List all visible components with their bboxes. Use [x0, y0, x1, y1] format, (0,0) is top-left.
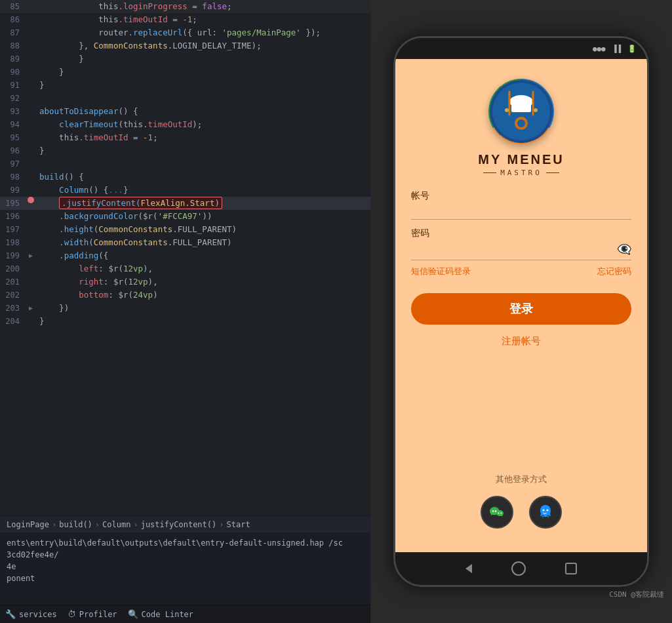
line-number-200: 200 [0, 262, 25, 275]
phone-panel: ●●● ▐▐ 🔋 [370, 0, 672, 623]
code-line-99: 99 Column() {...} [0, 184, 370, 197]
login-button[interactable]: 登录 [411, 293, 631, 325]
account-label: 帐号 [411, 190, 631, 202]
line-number-86: 86 [0, 13, 25, 26]
code-line-203: 203▶ }) [0, 302, 370, 315]
line-content-99: Column() {...} [37, 184, 370, 197]
password-input[interactable] [411, 244, 617, 254]
profiler-icon: ⏱ [68, 609, 76, 619]
nav-back-button[interactable] [465, 564, 472, 573]
form-links: 短信验证码登录 忘记密码 [411, 266, 631, 277]
svg-point-14 [501, 513, 502, 514]
code-line-90: 90 } [0, 66, 370, 79]
line-number-90: 90 [0, 66, 25, 79]
app-subtitle-text: MASTRO [500, 169, 542, 177]
svg-point-16 [547, 510, 549, 512]
code-line-95: 95 this.timeOutId = -1; [0, 131, 370, 144]
terminal-line-1: 3cd02fee4e/ [7, 549, 364, 561]
csdn-watermark: CSDN @客院裁缝 [609, 590, 664, 599]
line-content-95: this.timeOutId = -1; [37, 131, 370, 144]
code-panel: 85 this.loginProgress = false;86 this.ti… [0, 0, 370, 623]
line-content-89: } [37, 52, 370, 66]
breadcrumb-column[interactable]: Column [102, 520, 130, 529]
code-line-196: 196 .backgroundColor($r('#FCCA97')) [0, 210, 370, 223]
line-number-85: 85 [0, 0, 25, 13]
code-editor: 85 this.loginProgress = false;86 this.ti… [0, 0, 370, 515]
eye-icon[interactable]: 👁‍🗨 [617, 242, 631, 256]
breadcrumb-build[interactable]: build() [59, 520, 92, 529]
svg-point-10 [534, 108, 538, 112]
svg-point-13 [498, 513, 500, 514]
signal-indicators: ●●● ▐▐ 🔋 [593, 45, 637, 53]
qq-button[interactable] [529, 496, 562, 529]
account-input[interactable] [411, 205, 631, 215]
code-line-198: 198 .width(CommonConstants.FULL_PARENT) [0, 236, 370, 249]
line-number-89: 89 [0, 52, 25, 66]
password-input-row[interactable]: 👁‍🗨 [411, 242, 631, 260]
line-number-202: 202 [0, 289, 25, 302]
line-content-90: } [37, 66, 370, 79]
app-content: MY MENEU MASTRO 帐号 [395, 59, 647, 552]
code-line-202: 202 bottom: $r(24vp) [0, 289, 370, 302]
wechat-button[interactable] [481, 496, 513, 529]
line-content-203: }) [37, 302, 370, 315]
line-content-198: .width(CommonConstants.FULL_PARENT) [37, 236, 370, 249]
services-status[interactable]: 🔧 services [5, 609, 57, 619]
line-number-201: 201 [0, 275, 25, 289]
error-indicator [28, 197, 34, 203]
social-icons [481, 496, 562, 529]
profiler-label: Profiler [79, 610, 117, 619]
code-line-97: 97 [0, 157, 370, 171]
register-button[interactable]: 注册帐号 [502, 335, 541, 348]
subtitle-line-right [546, 172, 559, 173]
line-content-200: left: $r(12vp), [37, 262, 370, 275]
password-label: 密码 [411, 228, 631, 239]
breadcrumb-loginpage[interactable]: LoginPage [7, 520, 49, 529]
collapse-arrow[interactable]: ▶ [29, 302, 33, 315]
code-line-98: 98build() { [0, 171, 370, 184]
line-number-198: 198 [0, 236, 25, 249]
collapse-arrow[interactable]: ▶ [29, 249, 33, 262]
line-content-86: this.timeOutId = -1; [37, 13, 370, 26]
svg-point-12 [495, 510, 496, 512]
codelinter-status[interactable]: 🔍 Code Linter [128, 609, 193, 619]
code-line-195: 195 .justifyContent(FlexAlign.Start) [0, 197, 370, 210]
other-login-label: 其他登录方式 [496, 473, 547, 485]
forgot-password-link[interactable]: 忘记密码 [597, 266, 631, 277]
terminal-line-2: 4e [7, 561, 364, 573]
line-number-92: 92 [0, 92, 25, 105]
line-number-95: 95 [0, 131, 25, 144]
password-section: 密码 👁‍🗨 [411, 228, 631, 263]
breadcrumb-justifycontent[interactable]: justifyContent() [141, 520, 217, 529]
code-line-88: 88 }, CommonConstants.LOGIN_DELAY_TIME); [0, 39, 370, 52]
line-number-91: 91 [0, 79, 25, 92]
code-line-92: 92 [0, 92, 370, 105]
line-content-197: .height(CommonConstants.FULL_PARENT) [37, 223, 370, 236]
phone-bottom-bar [395, 552, 647, 585]
code-line-85: 85 this.loginProgress = false; [0, 0, 370, 13]
code-line-199: 199▶ .padding({ [0, 249, 370, 262]
code-line-96: 96} [0, 144, 370, 157]
nav-recents-button[interactable] [565, 563, 577, 574]
profiler-status[interactable]: ⏱ Profiler [68, 609, 117, 619]
svg-point-11 [492, 510, 494, 512]
status-bar: 🔧 services ⏱ Profiler 🔍 Code Linter [0, 605, 370, 623]
code-line-93: 93aboutToDisappear() { [0, 105, 370, 118]
nav-home-button[interactable] [511, 561, 526, 576]
line-number-93: 93 [0, 105, 25, 118]
line-content-94: clearTimeout(this.timeOutId); [37, 118, 370, 131]
line-gutter-203: ▶ [25, 302, 37, 315]
line-content-91: } [37, 79, 370, 92]
sms-login-link[interactable]: 短信验证码登录 [411, 266, 471, 277]
account-input-row[interactable] [411, 205, 631, 220]
code-line-86: 86 this.timeOutId = -1; [0, 13, 370, 26]
breadcrumb-start[interactable]: Start [227, 520, 250, 529]
line-content-93: aboutToDisappear() { [37, 105, 370, 118]
code-line-87: 87 router.replaceUrl({ url: 'pages/MainP… [0, 26, 370, 39]
line-gutter-195 [25, 197, 37, 203]
line-number-204: 204 [0, 315, 25, 328]
line-content-88: }, CommonConstants.LOGIN_DELAY_TIME); [37, 39, 370, 52]
line-number-87: 87 [0, 26, 25, 39]
codelinter-label: Code Linter [142, 610, 193, 619]
line-content-202: bottom: $r(24vp) [37, 289, 370, 302]
